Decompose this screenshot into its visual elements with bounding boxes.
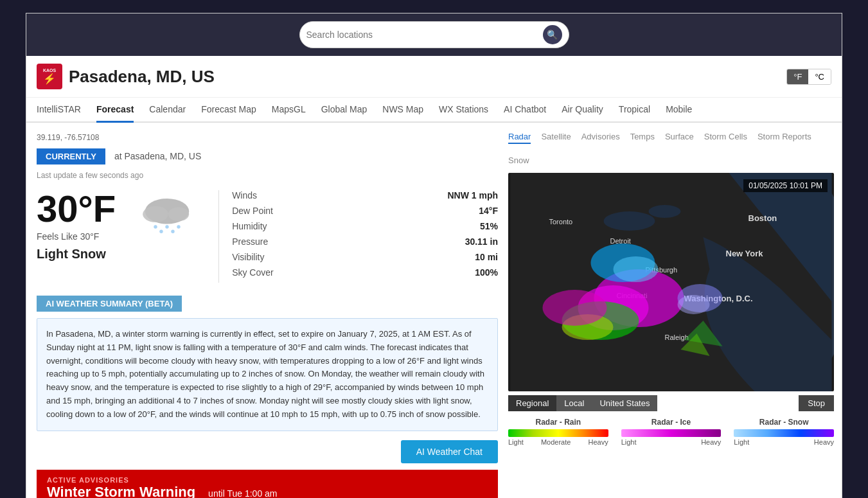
nav-calendar[interactable]: Calendar — [149, 98, 186, 123]
svg-point-28 — [678, 295, 710, 314]
pressure-label: Pressure — [232, 236, 268, 247]
currently-row: CURRENTLY at Pasadena, MD, US — [37, 148, 498, 168]
svg-point-3 — [154, 225, 157, 228]
dewpoint-label: Dew Point — [232, 206, 273, 216]
advisory-row: Winter Storm Warning until Tue 1:00 am — [47, 484, 488, 498]
nav-forecast[interactable]: Forecast — [96, 98, 134, 123]
search-button[interactable]: 🔍 — [543, 25, 562, 44]
legend-rain-moderate: Moderate — [541, 438, 571, 446]
detail-row-dewpoint: Dew Point 14°F — [232, 206, 498, 216]
svg-text:Toronto: Toronto — [549, 218, 573, 226]
skycover-label: Sky Cover — [232, 267, 274, 278]
city-title: Pasadena, MD, US — [69, 67, 215, 87]
humidity-value: 51% — [480, 221, 498, 231]
last-update: Last update a few seconds ago — [37, 171, 498, 180]
legend-ice-light: Light — [621, 438, 637, 446]
header-left: KAOS ⚡ Pasadena, MD, US — [37, 64, 215, 89]
svg-point-7 — [171, 230, 174, 233]
ai-weather-chat-button[interactable]: AI Weather Chat — [401, 440, 498, 463]
svg-point-2 — [168, 207, 189, 221]
at-location: at Pasadena, MD, US — [114, 151, 201, 161]
advisories-section: ACTIVE ADVISORIES Winter Storm Warning u… — [37, 470, 498, 498]
svg-point-4 — [165, 225, 168, 228]
nav-tropical[interactable]: Tropical — [619, 98, 650, 123]
map-us-button[interactable]: United States — [592, 395, 657, 411]
logo-icon: KAOS ⚡ — [37, 64, 62, 89]
ai-badge: AI WEATHER SUMMARY (BETA) — [37, 296, 182, 312]
nav-nws-map[interactable]: NWS Map — [382, 98, 423, 123]
legend-snow: Radar - Snow Light Heavy — [734, 418, 834, 446]
temperature: 30°F — [37, 190, 116, 227]
humidity-label: Humidity — [232, 221, 267, 231]
nav-ai-chatbot[interactable]: AI Chatbot — [504, 98, 546, 123]
pressure-value: 30.11 in — [465, 236, 498, 247]
nav-mapsgl[interactable]: MapsGL — [272, 98, 306, 123]
temp-section: 30°F Feels Like 30°F Light Snow — [37, 190, 116, 262]
legend-rain-light: Light — [508, 438, 524, 446]
legend-snow-bar — [734, 429, 834, 437]
map-tabs: Radar Satellite Advisories Temps Surface… — [508, 130, 834, 168]
currently-badge: CURRENTLY — [37, 148, 105, 165]
svg-point-6 — [159, 230, 163, 233]
search-bar-area: 🔍 — [26, 13, 842, 56]
feels-like: Feels Like 30°F — [37, 231, 116, 242]
logo-text: KAOS — [43, 68, 56, 73]
map-tab-temps[interactable]: Temps — [630, 130, 655, 144]
winds-value: NNW 1 mph — [447, 190, 498, 200]
condition: Light Snow — [37, 247, 116, 262]
nav-global-map[interactable]: Global Map — [321, 98, 368, 123]
advisory-until: until Tue 1:00 am — [208, 488, 277, 498]
detail-row-pressure: Pressure 30.11 in — [232, 236, 498, 247]
map-tab-storm-reports[interactable]: Storm Reports — [757, 130, 811, 144]
legend-rain-heavy: Heavy — [588, 438, 608, 446]
svg-point-26 — [543, 290, 607, 326]
svg-point-1 — [143, 206, 168, 222]
legend-rain-title: Radar - Rain — [508, 418, 608, 427]
ai-summary-section: AI WEATHER SUMMARY (BETA) In Pasadena, M… — [37, 296, 498, 463]
legend-section: Radar - Rain Light Moderate Heavy Radar … — [508, 418, 834, 446]
celsius-button[interactable]: °C — [808, 69, 831, 84]
svg-point-23 — [614, 256, 659, 282]
map-stop-button[interactable]: Stop — [799, 395, 834, 411]
map-view-buttons: Regional Local United States — [508, 395, 657, 411]
radar-map-svg: Detroit Pittsburgh Cincinnati Washington… — [508, 173, 834, 391]
map-tab-radar[interactable]: Radar — [508, 130, 531, 144]
map-tab-satellite[interactable]: Satellite — [541, 130, 571, 144]
map-regional-button[interactable]: Regional — [508, 395, 556, 411]
winds-label: Winds — [232, 190, 257, 200]
legend-ice-labels: Light Heavy — [621, 438, 722, 446]
legend-snow-title: Radar - Snow — [734, 418, 834, 427]
detail-row-visibility: Visibility 10 mi — [232, 252, 498, 262]
legend-ice-title: Radar - Ice — [621, 418, 722, 427]
map-bottom-controls: Regional Local United States Stop — [508, 395, 834, 411]
legend-snow-heavy: Heavy — [814, 438, 834, 446]
search-input[interactable] — [306, 30, 543, 40]
nav-mobile[interactable]: Mobile — [666, 98, 692, 123]
map-tab-snow[interactable]: Snow — [508, 154, 529, 168]
detail-row-humidity: Humidity 51% — [232, 221, 498, 231]
nav-air-quality[interactable]: Air Quality — [562, 98, 603, 123]
nav-forecast-map[interactable]: Forecast Map — [201, 98, 256, 123]
legend-ice: Radar - Ice Light Heavy — [621, 418, 722, 446]
ai-summary-text: In Pasadena, MD, a winter storm warning … — [46, 329, 484, 419]
legend-ice-bar — [621, 429, 722, 437]
search-form: 🔍 — [299, 21, 569, 48]
detail-row-winds: Winds NNW 1 mph — [232, 190, 498, 200]
nav-intellistar[interactable]: IntelliSTAR — [37, 98, 81, 123]
weather-icon-area — [135, 190, 199, 235]
legend-rain-labels: Light Moderate Heavy — [508, 438, 608, 446]
svg-point-10 — [604, 211, 655, 231]
svg-point-11 — [649, 205, 681, 218]
weather-main: 30°F Feels Like 30°F Light Snow — [37, 190, 498, 283]
nav-wx-stations[interactable]: WX Stations — [439, 98, 488, 123]
temp-units: °F °C — [786, 69, 831, 85]
map-container: 01/05/2025 10:01 PM — [508, 173, 834, 391]
map-tab-storm-cells[interactable]: Storm Cells — [704, 130, 747, 144]
map-tab-advisories[interactable]: Advisories — [581, 130, 620, 144]
map-local-button[interactable]: Local — [556, 395, 592, 411]
svg-point-5 — [177, 225, 180, 228]
legend-snow-light: Light — [734, 438, 749, 446]
legend-rain-bar — [508, 429, 608, 437]
map-tab-surface[interactable]: Surface — [665, 130, 694, 144]
fahrenheit-button[interactable]: °F — [787, 69, 808, 84]
